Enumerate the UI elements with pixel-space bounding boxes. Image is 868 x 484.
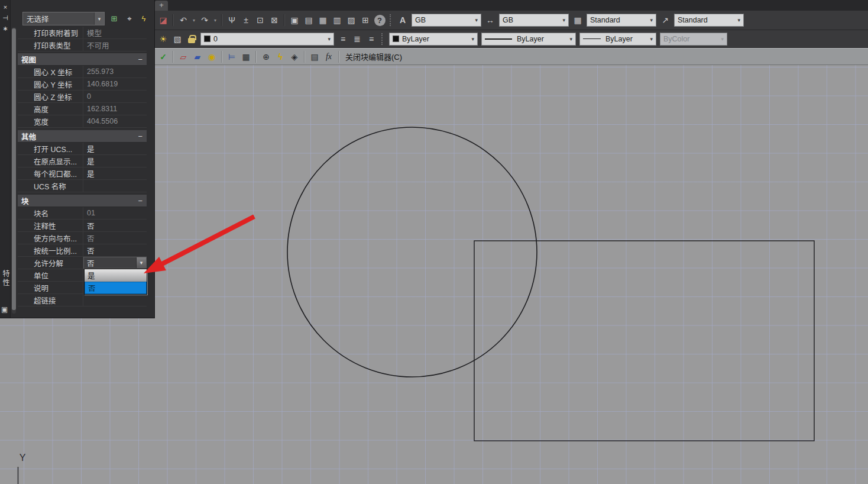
help-glyph: ? [374, 15, 386, 26]
linetype-value: ByLayer [517, 35, 544, 43]
table-row-allow-explode: 允许分解 否 ▾ [18, 257, 147, 269]
text-style-icon[interactable]: A [396, 14, 409, 27]
undo-icon[interactable]: ↶ [177, 14, 190, 27]
mleader-style-combo[interactable]: Standard ▾ [674, 14, 744, 27]
zoom-window-icon[interactable]: ⊡ [254, 14, 267, 27]
palette-menu-icon[interactable]: ▣ [1, 305, 8, 314]
quick-select-button[interactable]: ϟ [137, 12, 150, 25]
layer-combo[interactable]: 0 ▾ [200, 33, 334, 46]
chevron-down-icon: ▾ [324, 36, 331, 42]
layer-isolate-icon[interactable]: ≡ [365, 33, 378, 46]
table-row: 打开 UCS... 是 [18, 143, 147, 155]
dim-style-icon[interactable]: ↔ [484, 14, 497, 27]
lineweight-combo[interactable]: ByLayer ▾ [579, 33, 656, 46]
monitor-icon[interactable]: ▣ [288, 14, 301, 27]
text-style-combo[interactable]: GB ▾ [412, 14, 481, 27]
help-icon[interactable]: ? [373, 14, 386, 27]
collapse-icon[interactable]: − [138, 196, 142, 205]
dim-style-combo[interactable]: GB ▾ [499, 14, 569, 27]
grid-view-icon[interactable]: ▦ [316, 14, 329, 27]
calculator-icon[interactable]: ⊞ [359, 14, 372, 27]
scrollbar-thumb[interactable] [12, 28, 16, 310]
redo-icon[interactable]: ↷ [198, 14, 211, 27]
section-header-block[interactable]: 块 − [18, 195, 147, 207]
palette-scrollbar[interactable] [12, 27, 16, 314]
separator [221, 51, 222, 63]
auto-hide-icon[interactable]: ⊣ [0, 12, 11, 23]
separator [284, 14, 285, 26]
separator [255, 51, 257, 63]
lock-glyph [188, 38, 195, 43]
dropdown-option-yes[interactable]: 是 [85, 269, 147, 282]
color-swatch [393, 36, 399, 42]
chevron-down-icon: ▾ [471, 17, 478, 23]
toolbar-grip[interactable] [390, 14, 393, 26]
separator [221, 14, 222, 26]
palette-title: 特性 [0, 270, 11, 288]
linetype-swatch [485, 38, 512, 40]
layer-match-icon[interactable]: ≣ [351, 33, 364, 46]
layer-list-icon[interactable]: ▤ [302, 14, 315, 27]
geometric-constraint-icon[interactable]: ▱ [177, 50, 190, 63]
property-rows: 打印表附着到 模型 打印表类型 不可用 视图 − 圆心 X 坐标 255.973… [18, 27, 147, 306]
new-tab-button[interactable]: + [155, 1, 168, 11]
chevron-down-icon[interactable]: ▾ [136, 257, 146, 268]
plot-style-combo: ByColor ▾ [660, 33, 727, 46]
chevron-down-icon: ▾ [559, 17, 565, 23]
constraint-display-icon[interactable]: ◉ [205, 50, 218, 63]
selection-value: 无选择 [27, 13, 49, 24]
constraint-lock-icon[interactable]: ⊨ [225, 50, 238, 63]
chevron-down-icon: ▾ [646, 17, 653, 23]
dimensional-constraint-icon[interactable]: ▰ [191, 50, 204, 63]
pan-icon[interactable]: Ψ [225, 14, 238, 27]
close-icon[interactable]: × [0, 2, 11, 12]
layer-settings-icon[interactable]: ▧ [171, 33, 184, 46]
toggle-pickadd-button[interactable]: ⊞ [108, 12, 121, 25]
chevron-down-icon: ▾ [717, 36, 724, 42]
zoom-realtime-icon[interactable]: ± [239, 14, 252, 27]
sun-icon[interactable]: ☀ [157, 33, 170, 46]
toolbar-grip[interactable] [381, 33, 384, 45]
table-row: 打印表附着到 模型 [18, 27, 147, 39]
layer-color-swatch [204, 36, 210, 42]
unlock-icon[interactable] [185, 33, 198, 46]
text-style-value: GB [415, 16, 426, 24]
settings-icon[interactable]: ∗ [0, 23, 11, 34]
collapse-icon[interactable]: − [138, 55, 142, 64]
sheet-set-icon[interactable]: ▥ [331, 14, 344, 27]
dropdown-option-no[interactable]: 否 [85, 282, 147, 294]
chevron-down-icon[interactable]: ▾ [94, 12, 104, 25]
action-icon[interactable]: ϟ [274, 50, 287, 63]
allow-explode-combo[interactable]: 否 ▾ [83, 257, 147, 269]
close-block-editor-button[interactable]: 关闭块编辑器(C) [345, 51, 402, 62]
layer-previous-icon[interactable]: ≡ [336, 33, 349, 46]
selection-combo[interactable]: 无选择 ▾ [22, 12, 105, 25]
markup-icon[interactable]: ◪ [157, 14, 170, 27]
table-row: UCS 名称 [18, 180, 147, 192]
dim-style-value: GB [503, 16, 513, 24]
section-header-misc[interactable]: 其他 − [18, 130, 147, 143]
save-block-icon[interactable]: ✓ [157, 50, 170, 63]
table-style-combo[interactable]: Standard ▾ [587, 14, 656, 27]
undo-dropdown-icon[interactable]: ▾ [191, 14, 197, 27]
tool-palettes-icon[interactable]: ▨ [345, 14, 358, 27]
redo-dropdown-icon[interactable]: ▾ [212, 14, 218, 27]
parameter-icon[interactable]: ⊕ [260, 50, 273, 63]
parameters-table-icon[interactable]: ▦ [239, 50, 252, 63]
table-style-icon[interactable]: ▦ [571, 14, 584, 27]
zoom-previous-icon[interactable]: ⊠ [268, 14, 281, 27]
section-header-view[interactable]: 视图 − [18, 53, 147, 66]
table-row: 宽度 404.5506 [18, 115, 147, 128]
table-row: 在原点显示... 是 [18, 155, 147, 167]
parameters-manager-icon[interactable]: fx [322, 50, 335, 63]
attribute-definition-icon[interactable]: ◈ [288, 50, 301, 63]
color-combo[interactable]: ByLayer ▾ [389, 33, 478, 46]
linetype-combo[interactable]: ByLayer ▾ [481, 33, 576, 46]
separator [173, 51, 174, 63]
table-row: 注释性 否 [18, 220, 147, 232]
mleader-style-icon[interactable]: ↗ [659, 14, 672, 27]
block-table-icon[interactable]: ▤ [308, 50, 321, 63]
select-objects-button[interactable]: ⌖ [123, 12, 136, 25]
properties-palette: × ⊣ ∗ 特性 ▣ 无选择 ▾ ⊞ ⌖ ϟ 打印表附着到 模型 打印表类型 不… [0, 0, 155, 318]
collapse-icon[interactable]: − [138, 132, 142, 141]
